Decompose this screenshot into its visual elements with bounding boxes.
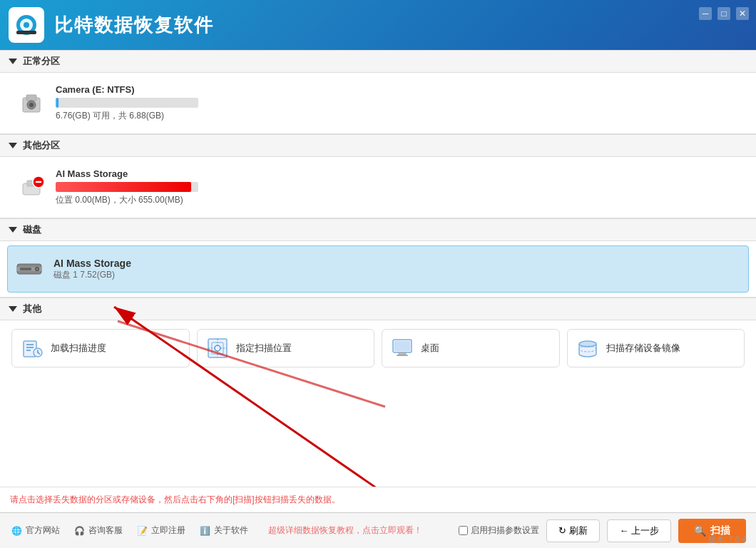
support-link[interactable]: 🎧 咨询客服 xyxy=(73,524,123,537)
ai-mass-partition-size: 位置 0.00(MB)，大小 655.00(MB) xyxy=(56,194,740,206)
version-text: 版本: 7.0.4 xyxy=(708,534,746,545)
maximize-button[interactable]: □ xyxy=(717,7,730,20)
partition-item-ai-mass[interactable]: AI Mass Storage 位置 0.00(MB)，大小 655.00(MB… xyxy=(11,163,745,212)
website-link[interactable]: 🌐 官方网站 xyxy=(10,524,60,537)
scan-params-checkbox-wrap[interactable]: 启用扫描参数设置 xyxy=(459,524,539,537)
load-scan-icon xyxy=(19,335,45,361)
ai-mass-progress-wrap xyxy=(56,182,198,192)
website-label: 官方网站 xyxy=(26,524,60,537)
other-partition-label: 其他分区 xyxy=(23,139,60,152)
partition-item-camera[interactable]: Camera (E: NTFS) 6.76(GB) 可用，共 6.88(GB) xyxy=(11,78,745,128)
normal-partition-list: Camera (E: NTFS) 6.76(GB) 可用，共 6.88(GB) xyxy=(0,73,756,133)
svg-point-2 xyxy=(24,22,29,28)
promo-text: 超级详细数据恢复教程，点击立即观看！ xyxy=(268,524,422,537)
load-scan-label: 加载扫描进度 xyxy=(51,342,106,355)
globe-icon: 🌐 xyxy=(10,524,23,537)
minimize-button[interactable]: ─ xyxy=(699,7,712,20)
svg-point-7 xyxy=(29,103,34,107)
bottombar-links: 🌐 官方网站 🎧 咨询客服 📝 立即注册 ℹ️ 关于软件 超级详细数据恢复教程，… xyxy=(10,524,459,537)
camera-drive-icon xyxy=(16,88,47,119)
camera-progress-wrap xyxy=(56,98,198,108)
svg-point-37 xyxy=(579,341,596,347)
collapse-triangle-disk xyxy=(9,227,17,233)
svg-point-15 xyxy=(36,268,39,270)
disk-drive-icon xyxy=(14,253,45,285)
other-item-specify[interactable]: 指定扫描位置 xyxy=(197,329,375,367)
desktop-label: 桌面 xyxy=(421,342,439,355)
svg-rect-32 xyxy=(394,341,410,351)
disk-item-sub: 磁盘 1 7.52(GB) xyxy=(53,269,131,281)
disk-item-ai-mass[interactable]: AI Mass Storage 磁盘 1 7.52(GB) xyxy=(7,245,749,293)
app-title: 比特数据恢复软件 xyxy=(54,13,214,38)
svg-rect-34 xyxy=(397,355,408,356)
svg-rect-33 xyxy=(399,352,406,355)
support-label: 咨询客服 xyxy=(88,524,123,537)
ai-mass-partition-name: AI Mass Storage xyxy=(56,168,740,179)
bottombar: 🌐 官方网站 🎧 咨询客服 📝 立即注册 ℹ️ 关于软件 超级详细数据恢复教程，… xyxy=(0,512,756,548)
register-label: 立即注册 xyxy=(151,524,185,537)
camera-progress-fill xyxy=(56,98,58,108)
other-item-scan-image[interactable]: 扫描存储设备镜像 xyxy=(567,329,745,367)
refresh-label: 刷新 xyxy=(569,524,588,537)
ai-mass-partition-info: AI Mass Storage 位置 0.00(MB)，大小 655.00(MB… xyxy=(56,168,740,206)
collapse-triangle-other xyxy=(9,143,17,148)
logo-icon xyxy=(14,12,39,38)
ai-mass-partition-icon xyxy=(16,172,47,203)
normal-partition-label: 正常分区 xyxy=(23,55,60,68)
info-icon: ℹ️ xyxy=(198,524,211,537)
collapse-triangle xyxy=(9,59,17,64)
scan-icon: 🔍 xyxy=(694,525,706,537)
section-other[interactable]: 其他 xyxy=(0,298,756,320)
back-label: ← 上一步 xyxy=(619,524,659,537)
specify-label: 指定扫描位置 xyxy=(236,342,292,355)
camera-partition-size: 6.76(GB) 可用，共 6.88(GB) xyxy=(56,110,740,122)
disk-item-name: AI Mass Storage xyxy=(53,258,131,269)
other-item-load-scan[interactable]: 加载扫描进度 xyxy=(11,329,190,367)
camera-partition-info: Camera (E: NTFS) 6.76(GB) 可用，共 6.88(GB) xyxy=(56,84,740,122)
titlebar: 比特数据恢复软件 ─ □ ✕ xyxy=(0,0,756,50)
other-items-grid: 加载扫描进度 指定扫描位置 xyxy=(0,320,756,376)
about-link[interactable]: ℹ️ 关于软件 xyxy=(198,524,248,537)
app-logo xyxy=(9,7,44,43)
svg-rect-5 xyxy=(26,95,36,101)
scan-image-label: 扫描存储设备镜像 xyxy=(606,342,680,355)
target-icon xyxy=(205,335,230,361)
bottombar-actions: 启用扫描参数设置 ↻ 刷新 ← 上一步 🔍 扫描 xyxy=(459,519,746,543)
svg-rect-3 xyxy=(16,31,36,34)
ai-mass-progress-fill xyxy=(56,182,191,192)
disk-list: AI Mass Storage 磁盘 1 7.52(GB) xyxy=(0,245,756,293)
statusbar-text: 请点击选择丢失数据的分区或存储设备，然后点击右下角的[扫描]按钮扫描丢失的数据。 xyxy=(10,494,340,506)
main-content: 正常分区 Camera (E: NTFS) 6.76(GB) 可用，共 6.88… xyxy=(0,50,756,487)
camera-partition-name: Camera (E: NTFS) xyxy=(56,84,740,95)
back-button[interactable]: ← 上一步 xyxy=(607,519,671,542)
window-controls: ─ □ ✕ xyxy=(699,7,749,20)
section-disk[interactable]: 磁盘 xyxy=(0,218,756,241)
about-label: 关于软件 xyxy=(214,524,248,537)
disk-item-info: AI Mass Storage 磁盘 1 7.52(GB) xyxy=(53,258,131,281)
refresh-button[interactable]: ↻ 刷新 xyxy=(546,519,600,542)
storage-image-icon xyxy=(575,335,601,361)
register-icon: 📝 xyxy=(136,524,148,537)
other-partition-list: AI Mass Storage 位置 0.00(MB)，大小 655.00(MB… xyxy=(0,157,756,218)
other-item-desktop[interactable]: 桌面 xyxy=(382,329,560,367)
desktop-icon xyxy=(389,335,415,361)
register-link[interactable]: 📝 立即注册 xyxy=(136,524,185,537)
svg-rect-16 xyxy=(20,268,31,270)
close-button[interactable]: ✕ xyxy=(736,7,749,20)
section-other-partition[interactable]: 其他分区 xyxy=(0,134,756,157)
disk-label: 磁盘 xyxy=(23,223,41,236)
other-label: 其他 xyxy=(23,303,41,315)
refresh-icon: ↻ xyxy=(558,525,566,536)
section-normal-partition[interactable]: 正常分区 xyxy=(0,50,756,73)
collapse-triangle-other2 xyxy=(9,306,17,312)
headset-icon: 🎧 xyxy=(73,524,86,537)
scan-params-checkbox[interactable] xyxy=(459,526,468,535)
scan-params-label: 启用扫描参数设置 xyxy=(471,524,539,537)
statusbar: 请点击选择丢失数据的分区或存储设备，然后点击右下角的[扫描]按钮扫描丢失的数据。 xyxy=(0,487,756,512)
